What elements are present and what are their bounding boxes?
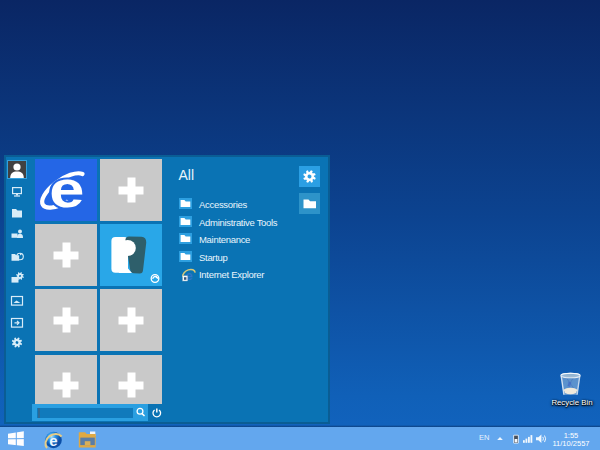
svg-text:e: e: [49, 161, 84, 218]
